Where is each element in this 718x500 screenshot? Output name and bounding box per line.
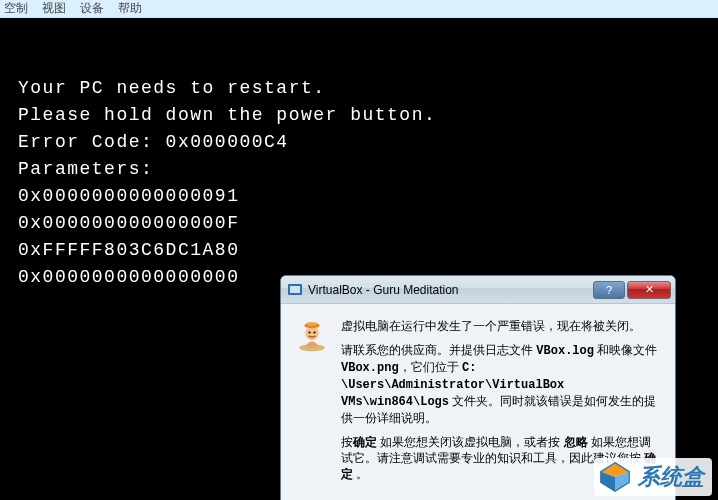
menu-item-view[interactable]: 视图 xyxy=(42,0,66,17)
svg-point-4 xyxy=(308,331,310,333)
dialog-close-button[interactable]: ✕ xyxy=(627,281,671,299)
console-line-2: Please hold down the power button. xyxy=(18,105,436,125)
dialog-para-1: 虚拟电脑在运行中发生了一个严重错误，现在将被关闭。 xyxy=(341,318,661,334)
console-line-3: Error Code: 0x000000C4 xyxy=(18,132,289,152)
svg-point-7 xyxy=(307,322,317,326)
console-line-4: Parameters: xyxy=(18,159,153,179)
console-param-4: 0x0000000000000000 xyxy=(18,267,239,287)
watermark-text: 系统盒 xyxy=(638,462,704,492)
dialog-para-2: 请联系您的供应商。并提供日志文件 VBox.log 和映像文件 VBox.png… xyxy=(341,342,661,426)
virtualbox-icon xyxy=(287,282,303,298)
menu-item-help[interactable]: 帮助 xyxy=(118,0,142,17)
dialog-title-text: VirtualBox - Guru Meditation xyxy=(308,283,591,297)
console-line-1: Your PC needs to restart. xyxy=(18,78,326,98)
menu-item-devices[interactable]: 设备 xyxy=(80,0,104,17)
svg-point-5 xyxy=(314,331,316,333)
console-param-2: 0x000000000000000F xyxy=(18,213,239,233)
svg-point-3 xyxy=(305,327,319,341)
watermark-logo: 系统盒 xyxy=(594,458,712,496)
vm-menu-bar: 空制 视图 设备 帮助 xyxy=(0,0,718,18)
dialog-help-button[interactable]: ? xyxy=(593,281,625,299)
dialog-titlebar[interactable]: VirtualBox - Guru Meditation ? ✕ xyxy=(281,276,675,304)
console-param-1: 0x0000000000000091 xyxy=(18,186,239,206)
console-param-3: 0xFFFFF803C6DC1A80 xyxy=(18,240,239,260)
svg-rect-1 xyxy=(290,286,300,293)
meditation-icon xyxy=(295,318,331,490)
menu-item-control[interactable]: 空制 xyxy=(4,0,28,17)
watermark-icon xyxy=(598,460,632,494)
